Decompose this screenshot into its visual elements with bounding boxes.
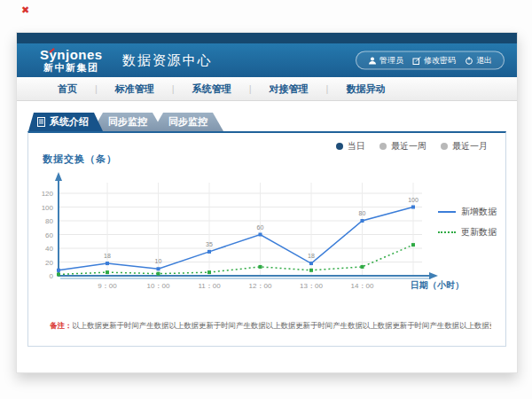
radio-dot-icon	[379, 143, 387, 150]
svg-text:80: 80	[359, 210, 366, 216]
solid-line-icon	[438, 211, 456, 213]
company-logo[interactable]: Synjones 新中新集团	[40, 48, 103, 74]
logo-text: Synjones	[40, 48, 103, 63]
nav-item-system[interactable]: 系统管理	[175, 82, 249, 96]
svg-text:0: 0	[50, 272, 54, 280]
tab-label: 系统介绍	[50, 116, 89, 127]
legend-item-new-data: 新增数据	[438, 206, 497, 218]
nav-item-standards[interactable]: 标准管理	[98, 82, 172, 96]
power-icon	[465, 56, 473, 65]
svg-text:80: 80	[45, 217, 53, 225]
document-icon	[37, 117, 45, 127]
svg-text:18: 18	[308, 253, 315, 259]
radio-dot-selected-icon	[336, 143, 343, 150]
logo-y-accent: y	[50, 48, 58, 63]
svg-text:日期（小时）: 日期（小时）	[411, 280, 464, 290]
radio-last-week[interactable]: 最近一周	[379, 140, 426, 153]
svg-text:11：00: 11：00	[198, 282, 221, 290]
logout-button[interactable]: 退出	[460, 55, 497, 66]
svg-text:18: 18	[104, 253, 111, 259]
svg-text:10: 10	[155, 258, 162, 264]
tab-sync-monitor-1[interactable]: 同步监控	[92, 113, 163, 131]
edit-icon	[412, 56, 421, 65]
content-area: 系统介绍 同步监控 同步监控 当日 最近一周 最近一月 数据交	[17, 101, 517, 372]
time-range-filter: 当日 最近一周 最近一月	[336, 140, 488, 153]
nav-item-integration[interactable]: 对接管理	[252, 82, 326, 96]
footnote-text: 以上数据更新于时间产生数据以上数据更新于时间产生数据以上数据更新于时间产生数据以…	[72, 321, 491, 330]
tab-system-intro[interactable]: 系统介绍	[28, 113, 103, 131]
user-icon	[368, 56, 377, 65]
header-bar: Synjones 新中新集团 数据资源中心 管理员 修改密码 退出	[17, 43, 517, 77]
svg-text:10：00: 10：00	[147, 282, 170, 290]
svg-text:14：00: 14：00	[351, 282, 374, 290]
svg-text:9：00: 9：00	[98, 282, 117, 290]
main-nav: 首页 | 标准管理 | 系统管理 | 对接管理 | 数据异动	[17, 77, 517, 101]
svg-text:35: 35	[206, 241, 213, 247]
app-window: Synjones 新中新集团 数据资源中心 管理员 修改密码 退出 首页 | 标…	[16, 32, 518, 373]
svg-text:40: 40	[45, 245, 53, 253]
change-password-button[interactable]: 修改密码	[408, 55, 460, 66]
admin-user-button[interactable]: 管理员	[364, 55, 408, 66]
radio-today[interactable]: 当日	[336, 140, 365, 153]
user-menu: 管理员 修改密码 退出	[356, 51, 505, 70]
top-strip	[17, 33, 517, 43]
logo-subtitle: 新中新集团	[40, 62, 103, 73]
tab-sync-monitor-2[interactable]: 同步监控	[153, 113, 223, 131]
svg-text:60: 60	[257, 224, 264, 231]
change-password-label: 修改密码	[424, 55, 456, 66]
radio-last-month[interactable]: 最近一月	[441, 140, 488, 153]
svg-text:20: 20	[45, 259, 53, 267]
admin-user-label: 管理员	[379, 55, 403, 66]
svg-text:13：00: 13：00	[300, 282, 323, 290]
tab-bar: 系统介绍 同步监控 同步监控	[28, 113, 223, 131]
page-title: 数据资源中心	[122, 52, 213, 69]
radio-dot-icon	[441, 143, 448, 150]
svg-text:120: 120	[42, 190, 54, 198]
dotted-line-icon	[438, 231, 456, 233]
svg-text:60: 60	[45, 231, 53, 239]
chart-plot: 0204060801001209：0010：0011：0012：0013：001…	[39, 158, 482, 304]
nav-item-home[interactable]: 首页	[40, 82, 95, 96]
nav-item-data-change[interactable]: 数据异动	[328, 82, 403, 96]
legend-item-update-data: 更新数据	[438, 226, 497, 239]
svg-text:12：00: 12：00	[249, 282, 272, 290]
chart-panel: 当日 最近一周 最近一月 数据交换（条） 0204060801001209：00…	[27, 131, 506, 347]
svg-text:100: 100	[42, 204, 54, 212]
chart-legend: 新增数据 更新数据	[438, 206, 497, 239]
footnote: 备注：以上数据更新于时间产生数据以上数据更新于时间产生数据以上数据更新于时间产生…	[50, 321, 491, 332]
logout-label: 退出	[476, 55, 492, 66]
svg-text:100: 100	[408, 197, 419, 203]
red-close-icon[interactable]: ✖	[21, 5, 29, 15]
footnote-label: 备注：	[50, 321, 72, 330]
